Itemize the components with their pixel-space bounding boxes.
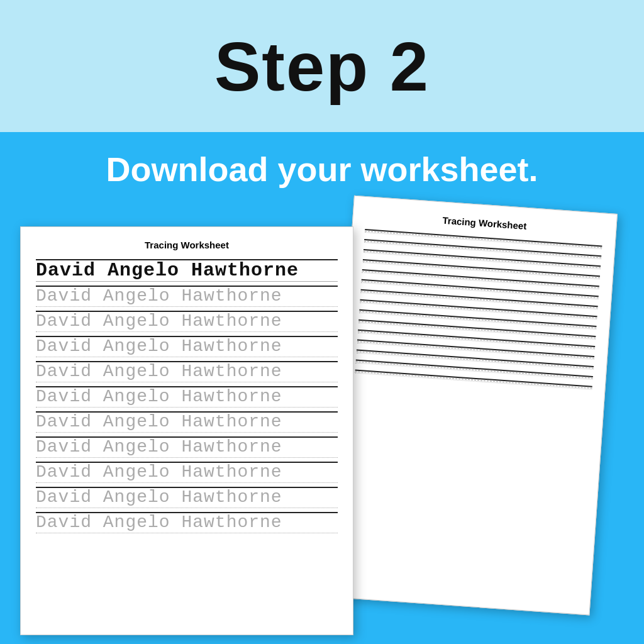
line-group-14 [355, 360, 592, 380]
trace-row-5: David Angelo Hawthorne [36, 361, 338, 382]
line-group-12 [357, 340, 594, 360]
trace-name-dot-7: David Angelo Hawthorne [36, 413, 338, 433]
trace-row-3: David Angelo Hawthorne [36, 311, 338, 332]
worksheet-left-title: Tracing Worksheet [36, 240, 338, 250]
trace-row-1: David Angelo Hawthorne [36, 259, 338, 282]
line-group-2 [364, 239, 601, 259]
top-section: Step 2 [0, 0, 644, 132]
trace-row-2: David Angelo Hawthorne [36, 286, 338, 307]
line-group-5 [362, 269, 599, 289]
step-title: Step 2 [214, 26, 430, 106]
trace-row-6: David Angelo Hawthorne [36, 386, 338, 408]
worksheets-container: Tracing Worksheet David Angelo Hawthorne… [20, 214, 624, 616]
trace-name-dot-3: David Angelo Hawthorne [36, 313, 338, 332]
line-group-8 [360, 299, 597, 319]
bottom-section: Download your worksheet. Tracing Workshe… [0, 132, 644, 644]
line-group-7 [360, 289, 597, 309]
trace-row-8: David Angelo Hawthorne [36, 436, 338, 458]
trace-name-dot-6: David Angelo Hawthorne [36, 388, 338, 408]
line-group-11 [358, 330, 595, 350]
subtitle: Download your worksheet. [106, 150, 538, 189]
trace-row-11: David Angelo Hawthorne [36, 512, 338, 533]
line-group-15 [355, 369, 592, 389]
trace-name-solid: David Angelo Hawthorne [36, 261, 338, 282]
trace-name-dot-11: David Angelo Hawthorne [36, 514, 338, 533]
trace-name-dot-8: David Angelo Hawthorne [36, 438, 338, 458]
solid-line [355, 369, 592, 387]
lines-area [355, 229, 602, 390]
trace-row-7: David Angelo Hawthorne [36, 411, 338, 433]
line-group-4 [363, 259, 600, 279]
trace-name-dot-10: David Angelo Hawthorne [36, 489, 338, 508]
trace-name-dot-2: David Angelo Hawthorne [36, 287, 338, 307]
line-group-3 [364, 249, 601, 269]
trace-name-dot-5: David Angelo Hawthorne [36, 363, 338, 382]
line-group-6 [361, 279, 598, 299]
trace-row-9: David Angelo Hawthorne [36, 462, 338, 483]
trace-row-4: David Angelo Hawthorne [36, 336, 338, 357]
line-group-10 [358, 319, 596, 340]
trace-name-dot-4: David Angelo Hawthorne [36, 338, 338, 357]
worksheet-right: Tracing Worksheet [326, 196, 618, 616]
worksheet-left: Tracing Worksheet David Angelo Hawthorne… [20, 226, 353, 635]
trace-row-10: David Angelo Hawthorne [36, 487, 338, 508]
trace-name-dot-9: David Angelo Hawthorne [36, 464, 338, 483]
line-group-13 [357, 350, 594, 370]
line-group-9 [359, 309, 596, 330]
